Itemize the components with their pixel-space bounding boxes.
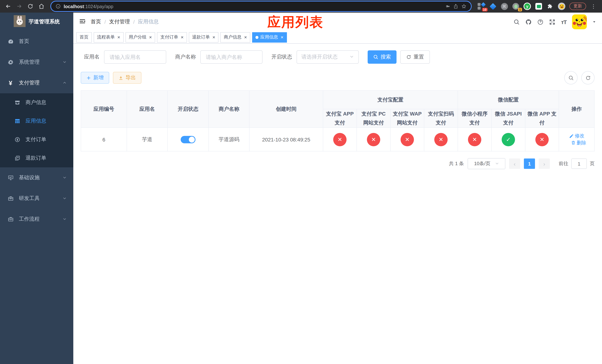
app-name-label: 应用名 xyxy=(84,54,100,60)
extension-y-icon[interactable]: y xyxy=(524,3,531,10)
close-icon[interactable] xyxy=(117,35,120,40)
col-create-time: 创建时间 xyxy=(249,91,323,128)
tag-flow-form[interactable]: 流程表单 xyxy=(94,32,123,43)
close-icon[interactable] xyxy=(149,35,152,40)
header-search-icon[interactable] xyxy=(514,19,520,25)
toggle-search-button[interactable] xyxy=(564,71,578,85)
reset-button[interactable]: 重置 xyxy=(400,50,430,64)
breadcrumb-section[interactable]: 支付管理 xyxy=(109,19,130,25)
app-logo-row[interactable]: 芋道管理系统 xyxy=(0,13,73,31)
sidebar-item-workflow[interactable]: 工作流程 xyxy=(0,209,73,230)
enabled-toggle[interactable] xyxy=(181,136,195,143)
search-button[interactable]: 搜索 xyxy=(368,50,397,64)
breadcrumb: 首页 / 支付管理 / 应用信息 xyxy=(91,19,159,25)
close-icon[interactable] xyxy=(244,35,247,40)
sidebar-item-merchant-info[interactable]: 商户信息 xyxy=(0,93,73,112)
app-name-input[interactable] xyxy=(109,54,161,60)
site-info-icon[interactable] xyxy=(55,4,61,9)
tag-user-group[interactable]: 用户分组 xyxy=(125,32,155,43)
sidebar-toggle-icon[interactable] xyxy=(79,18,86,26)
grid-table-icon xyxy=(14,118,20,124)
sidebar-item-refund-orders[interactable]: 退款订单 xyxy=(0,149,73,167)
cell-app-name: 芋道 xyxy=(127,128,168,151)
add-button[interactable]: 新增 xyxy=(81,72,109,84)
app-logo-rabbit xyxy=(13,15,25,29)
help-icon[interactable] xyxy=(538,19,544,25)
tag-merchant-info[interactable]: 商户信息 xyxy=(220,32,250,43)
col-enabled: 开启状态 xyxy=(168,91,209,128)
merchant-name-label: 商户名称 xyxy=(175,54,196,60)
pay-submenu: 商户信息 应用信息 支付订单 xyxy=(0,93,73,167)
col-wx-mini: 微信小程序支付 xyxy=(458,109,492,128)
tag-home[interactable]: 首页 xyxy=(76,32,92,43)
tag-pay-orders[interactable]: 支付订单 xyxy=(157,32,187,43)
tag-app-info[interactable]: 应用信息 xyxy=(252,32,287,43)
sidebar-item-system[interactable]: 系统管理 xyxy=(0,52,73,73)
next-page-button[interactable] xyxy=(539,159,550,169)
export-button[interactable]: 导出 xyxy=(113,72,141,84)
delete-link[interactable]: 删除 xyxy=(571,139,586,146)
browser-menu-icon[interactable]: ⋮ xyxy=(590,3,597,9)
close-icon[interactable] xyxy=(213,35,215,40)
col-alipay-app: 支付宝 APP 支付 xyxy=(323,109,357,128)
dashboard-icon xyxy=(7,39,14,44)
fullscreen-icon[interactable] xyxy=(549,19,556,25)
pagination: 共 1 条 10条/页 1 前往 页 xyxy=(81,158,595,169)
extension-command-icon[interactable]: ⌘ xyxy=(501,3,508,10)
page-number-1[interactable]: 1 xyxy=(524,159,535,169)
tag-refund-orders[interactable]: 退款订单 xyxy=(189,32,219,43)
sidebar-item-home[interactable]: 首页 xyxy=(0,31,73,52)
sidebar: 芋道管理系统 首页 系统管理 ¥ 支付管理 xyxy=(0,13,73,364)
browser-forward-icon[interactable] xyxy=(15,2,24,11)
extension-chat-icon[interactable] xyxy=(535,3,542,10)
breadcrumb-home[interactable]: 首页 xyxy=(91,19,101,25)
close-icon[interactable] xyxy=(281,35,283,40)
app-name-input-wrap xyxy=(104,50,166,64)
address-bar[interactable]: localhost:1024/pay/app xyxy=(50,1,472,12)
table-toolbar: 新增 导出 xyxy=(81,71,595,85)
extension-monkey-icon[interactable]: 10 xyxy=(478,3,485,10)
sidebar-item-pay[interactable]: ¥ 支付管理 xyxy=(0,73,73,93)
github-icon[interactable] xyxy=(526,19,532,25)
status-alipay-app xyxy=(333,133,346,146)
sidebar-item-pay-orders[interactable]: 支付订单 xyxy=(0,130,73,149)
share-icon[interactable] xyxy=(453,4,458,9)
bookmark-star-icon[interactable] xyxy=(461,4,466,9)
cell-enabled xyxy=(168,128,209,151)
browser-home-icon[interactable] xyxy=(37,2,46,11)
cell-create-time: 2021-10-23 08:49:25 xyxy=(249,128,323,151)
status-select[interactable]: 请选择开启状态 xyxy=(297,50,359,64)
col-alipay-qr: 支付宝扫码支付 xyxy=(424,109,458,128)
font-size-icon[interactable]: тT xyxy=(561,19,567,25)
sidebar-item-app-info[interactable]: 应用信息 xyxy=(0,112,73,130)
col-merchant: 商户名称 xyxy=(209,91,249,128)
chevron-up-icon xyxy=(63,80,67,86)
toolbox-icon xyxy=(7,195,14,202)
extension-kite-icon[interactable] xyxy=(489,3,496,10)
password-key-icon[interactable] xyxy=(445,4,450,9)
browser-update-button[interactable]: 更新 xyxy=(570,3,586,10)
goto-page-input[interactable] xyxy=(571,159,587,169)
extension-recorder-icon[interactable]: 1 xyxy=(512,3,519,10)
edit-link[interactable]: 修改 xyxy=(569,133,584,139)
page-size-select[interactable]: 10条/页 xyxy=(468,158,505,169)
extension-emoji-icon[interactable] xyxy=(558,3,565,10)
url-text: localhost:1024/pay/app xyxy=(64,3,113,10)
col-alipay-pc: 支付宝 PC 网站支付 xyxy=(357,109,390,128)
extensions-puzzle-icon[interactable] xyxy=(547,3,554,10)
close-icon[interactable] xyxy=(181,35,183,40)
col-wx-app: 微信 APP 支付 xyxy=(525,109,559,128)
user-avatar[interactable] xyxy=(572,14,587,29)
col-group-alipay: 支付宝配置 xyxy=(323,91,458,109)
merchant-name-input[interactable] xyxy=(205,54,258,60)
sidebar-item-infra[interactable]: 基础设施 xyxy=(0,167,73,188)
app-title: 芋道管理系统 xyxy=(29,19,60,25)
prev-page-button[interactable] xyxy=(509,159,520,169)
cell-actions: 修改 删除 xyxy=(559,128,594,151)
sidebar-item-dev-tools[interactable]: 研发工具 xyxy=(0,188,73,209)
refresh-button[interactable] xyxy=(581,71,595,85)
browser-reload-icon[interactable] xyxy=(26,2,35,11)
table-row: 6 芋道 芋道源码 2021-10-23 08:49:25 xyxy=(81,128,594,151)
avatar-caret-icon[interactable] xyxy=(592,19,596,25)
browser-back-icon[interactable] xyxy=(4,2,13,11)
